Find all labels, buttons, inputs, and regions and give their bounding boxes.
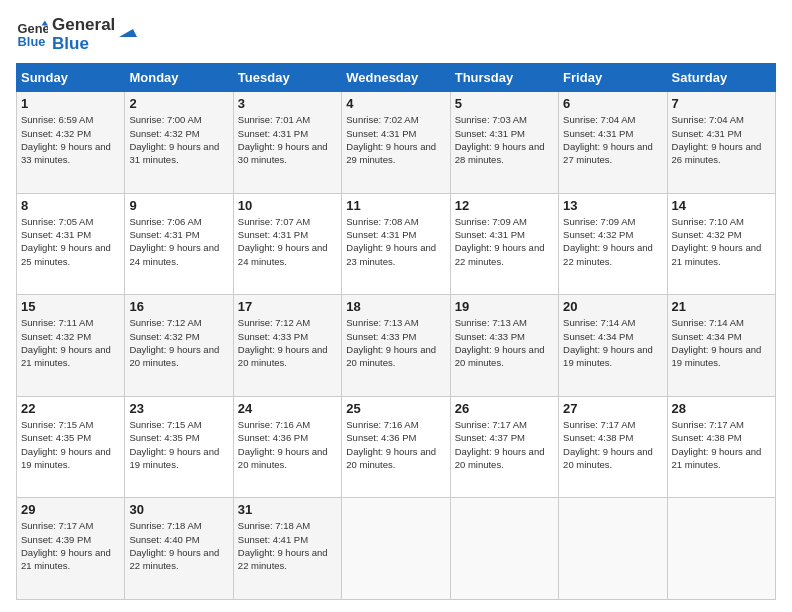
day-number: 23 (129, 401, 228, 416)
weekday-header-row: SundayMondayTuesdayWednesdayThursdayFrid… (17, 64, 776, 92)
day-info: Sunrise: 7:09 AMSunset: 4:32 PMDaylight:… (563, 216, 653, 267)
day-info: Sunrise: 6:59 AMSunset: 4:32 PMDaylight:… (21, 114, 111, 165)
day-cell (667, 498, 775, 600)
day-number: 11 (346, 198, 445, 213)
day-cell: 8Sunrise: 7:05 AMSunset: 4:31 PMDaylight… (17, 193, 125, 295)
day-number: 26 (455, 401, 554, 416)
day-cell: 5Sunrise: 7:03 AMSunset: 4:31 PMDaylight… (450, 92, 558, 194)
day-cell: 10Sunrise: 7:07 AMSunset: 4:31 PMDayligh… (233, 193, 341, 295)
day-info: Sunrise: 7:10 AMSunset: 4:32 PMDaylight:… (672, 216, 762, 267)
weekday-sunday: Sunday (17, 64, 125, 92)
day-number: 2 (129, 96, 228, 111)
day-info: Sunrise: 7:17 AMSunset: 4:37 PMDaylight:… (455, 419, 545, 470)
day-number: 25 (346, 401, 445, 416)
day-cell: 7Sunrise: 7:04 AMSunset: 4:31 PMDaylight… (667, 92, 775, 194)
day-number: 7 (672, 96, 771, 111)
day-cell: 4Sunrise: 7:02 AMSunset: 4:31 PMDaylight… (342, 92, 450, 194)
day-cell: 9Sunrise: 7:06 AMSunset: 4:31 PMDaylight… (125, 193, 233, 295)
day-number: 8 (21, 198, 120, 213)
day-info: Sunrise: 7:18 AMSunset: 4:41 PMDaylight:… (238, 520, 328, 571)
day-info: Sunrise: 7:17 AMSunset: 4:38 PMDaylight:… (672, 419, 762, 470)
day-number: 28 (672, 401, 771, 416)
day-number: 24 (238, 401, 337, 416)
day-number: 18 (346, 299, 445, 314)
calendar-table: SundayMondayTuesdayWednesdayThursdayFrid… (16, 63, 776, 600)
logo-icon: General Blue (16, 19, 48, 51)
day-info: Sunrise: 7:13 AMSunset: 4:33 PMDaylight:… (346, 317, 436, 368)
day-cell: 20Sunrise: 7:14 AMSunset: 4:34 PMDayligh… (559, 295, 667, 397)
day-info: Sunrise: 7:04 AMSunset: 4:31 PMDaylight:… (563, 114, 653, 165)
calendar-page: General Blue General Blue SundayMondayTu… (0, 0, 792, 612)
day-info: Sunrise: 7:12 AMSunset: 4:32 PMDaylight:… (129, 317, 219, 368)
day-cell: 31Sunrise: 7:18 AMSunset: 4:41 PMDayligh… (233, 498, 341, 600)
logo-general: General (52, 16, 115, 35)
weekday-friday: Friday (559, 64, 667, 92)
day-number: 10 (238, 198, 337, 213)
day-cell: 3Sunrise: 7:01 AMSunset: 4:31 PMDaylight… (233, 92, 341, 194)
day-info: Sunrise: 7:17 AMSunset: 4:39 PMDaylight:… (21, 520, 111, 571)
day-number: 9 (129, 198, 228, 213)
day-number: 12 (455, 198, 554, 213)
header: General Blue General Blue (16, 16, 776, 53)
week-row-1: 1Sunrise: 6:59 AMSunset: 4:32 PMDaylight… (17, 92, 776, 194)
svg-text:Blue: Blue (18, 34, 46, 49)
week-row-2: 8Sunrise: 7:05 AMSunset: 4:31 PMDaylight… (17, 193, 776, 295)
day-cell: 16Sunrise: 7:12 AMSunset: 4:32 PMDayligh… (125, 295, 233, 397)
weekday-wednesday: Wednesday (342, 64, 450, 92)
day-info: Sunrise: 7:17 AMSunset: 4:38 PMDaylight:… (563, 419, 653, 470)
logo-arrow-icon (115, 19, 137, 41)
day-number: 13 (563, 198, 662, 213)
day-info: Sunrise: 7:14 AMSunset: 4:34 PMDaylight:… (672, 317, 762, 368)
day-info: Sunrise: 7:05 AMSunset: 4:31 PMDaylight:… (21, 216, 111, 267)
day-number: 19 (455, 299, 554, 314)
day-number: 30 (129, 502, 228, 517)
logo-blue: Blue (52, 35, 115, 54)
day-cell: 28Sunrise: 7:17 AMSunset: 4:38 PMDayligh… (667, 396, 775, 498)
day-number: 29 (21, 502, 120, 517)
day-info: Sunrise: 7:18 AMSunset: 4:40 PMDaylight:… (129, 520, 219, 571)
day-cell (450, 498, 558, 600)
day-cell (342, 498, 450, 600)
day-number: 1 (21, 96, 120, 111)
day-cell: 6Sunrise: 7:04 AMSunset: 4:31 PMDaylight… (559, 92, 667, 194)
day-cell: 30Sunrise: 7:18 AMSunset: 4:40 PMDayligh… (125, 498, 233, 600)
day-cell: 25Sunrise: 7:16 AMSunset: 4:36 PMDayligh… (342, 396, 450, 498)
week-row-4: 22Sunrise: 7:15 AMSunset: 4:35 PMDayligh… (17, 396, 776, 498)
day-cell: 18Sunrise: 7:13 AMSunset: 4:33 PMDayligh… (342, 295, 450, 397)
day-info: Sunrise: 7:01 AMSunset: 4:31 PMDaylight:… (238, 114, 328, 165)
day-info: Sunrise: 7:06 AMSunset: 4:31 PMDaylight:… (129, 216, 219, 267)
day-number: 17 (238, 299, 337, 314)
weekday-monday: Monday (125, 64, 233, 92)
day-number: 14 (672, 198, 771, 213)
day-info: Sunrise: 7:08 AMSunset: 4:31 PMDaylight:… (346, 216, 436, 267)
day-cell: 2Sunrise: 7:00 AMSunset: 4:32 PMDaylight… (125, 92, 233, 194)
day-number: 21 (672, 299, 771, 314)
day-cell: 13Sunrise: 7:09 AMSunset: 4:32 PMDayligh… (559, 193, 667, 295)
day-cell (559, 498, 667, 600)
weekday-thursday: Thursday (450, 64, 558, 92)
day-info: Sunrise: 7:02 AMSunset: 4:31 PMDaylight:… (346, 114, 436, 165)
day-cell: 22Sunrise: 7:15 AMSunset: 4:35 PMDayligh… (17, 396, 125, 498)
svg-marker-3 (119, 29, 137, 37)
day-number: 20 (563, 299, 662, 314)
day-number: 27 (563, 401, 662, 416)
day-number: 4 (346, 96, 445, 111)
day-cell: 21Sunrise: 7:14 AMSunset: 4:34 PMDayligh… (667, 295, 775, 397)
day-number: 5 (455, 96, 554, 111)
day-cell: 23Sunrise: 7:15 AMSunset: 4:35 PMDayligh… (125, 396, 233, 498)
day-cell: 19Sunrise: 7:13 AMSunset: 4:33 PMDayligh… (450, 295, 558, 397)
day-number: 3 (238, 96, 337, 111)
day-cell: 14Sunrise: 7:10 AMSunset: 4:32 PMDayligh… (667, 193, 775, 295)
day-info: Sunrise: 7:00 AMSunset: 4:32 PMDaylight:… (129, 114, 219, 165)
day-info: Sunrise: 7:13 AMSunset: 4:33 PMDaylight:… (455, 317, 545, 368)
weekday-saturday: Saturday (667, 64, 775, 92)
day-info: Sunrise: 7:04 AMSunset: 4:31 PMDaylight:… (672, 114, 762, 165)
week-row-3: 15Sunrise: 7:11 AMSunset: 4:32 PMDayligh… (17, 295, 776, 397)
day-number: 15 (21, 299, 120, 314)
day-info: Sunrise: 7:15 AMSunset: 4:35 PMDaylight:… (129, 419, 219, 470)
day-info: Sunrise: 7:16 AMSunset: 4:36 PMDaylight:… (346, 419, 436, 470)
day-info: Sunrise: 7:14 AMSunset: 4:34 PMDaylight:… (563, 317, 653, 368)
day-number: 31 (238, 502, 337, 517)
day-info: Sunrise: 7:12 AMSunset: 4:33 PMDaylight:… (238, 317, 328, 368)
week-row-5: 29Sunrise: 7:17 AMSunset: 4:39 PMDayligh… (17, 498, 776, 600)
